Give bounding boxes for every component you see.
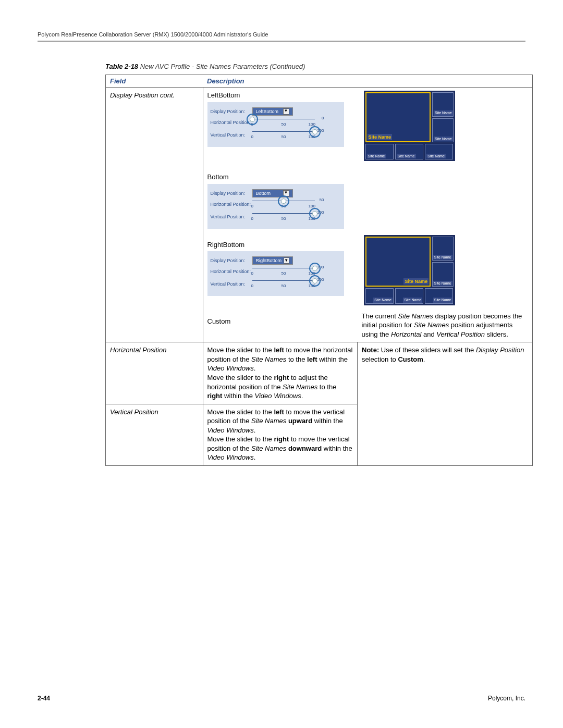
table-id: Table 2-18	[105, 63, 138, 70]
slider-vertical[interactable]: 0 50 100 100	[252, 129, 315, 141]
desc-horizontal-position: Move the slider to the left to move the …	[203, 342, 358, 404]
layout-preview: Site Name Site Name Site Name Site Name …	[364, 91, 455, 161]
label-custom: Custom	[207, 317, 353, 326]
label-bottom: Bottom	[207, 172, 353, 182]
slider-horizontal[interactable]: 0 50 100 100	[252, 266, 315, 277]
field-horizontal-position: Horizontal Position	[106, 342, 203, 404]
page-header: Polycom RealPresence Collaboration Serve…	[38, 31, 525, 42]
label-rightbottom: RightBottom	[207, 240, 353, 250]
parameters-table: Field Description Display Position cont.…	[105, 75, 533, 466]
chevron-down-icon: ▼	[283, 108, 289, 115]
desc-vertical-position: Move the slider to the left to move the …	[203, 404, 358, 465]
panel-rightbottom: Display Position: RightBottom ▼ Horizont…	[207, 251, 344, 296]
custom-explain: The current Site Names display position …	[358, 309, 533, 342]
panel-bottom: Display Position: Bottom ▼ Horizontal Po…	[207, 184, 344, 229]
layout-preview: Site Name Site Name Site Name Site Name …	[364, 235, 455, 305]
slider-vertical[interactable]: 0 50 100 100	[252, 211, 315, 223]
chevron-down-icon: ▼	[284, 257, 289, 264]
col-field: Field	[106, 75, 203, 88]
slider-vertical[interactable]: 0 50 100 100	[252, 278, 315, 290]
field-vertical-position: Vertical Position	[106, 404, 203, 465]
table-title: New AVC Profile - Site Names Parameters …	[140, 63, 305, 70]
page-number: 2-44	[38, 695, 50, 702]
select-display-position[interactable]: LeftBottom ▼	[252, 107, 293, 116]
panel-leftbottom: Display Position: LeftBottom ▼ Horizonta…	[207, 102, 344, 147]
table-caption: Table 2-18 New AVC Profile - Site Names …	[105, 63, 525, 70]
select-display-position[interactable]: RightBottom ▼	[252, 256, 293, 265]
desc-rightbottom: RightBottom Display Position: RightBotto…	[203, 232, 358, 309]
company-name: Polycom, Inc.	[488, 695, 525, 702]
preview-leftbottom: Site Name Site Name Site Name Site Name …	[358, 88, 533, 165]
note-sliders: Note: Use of these sliders will set the …	[358, 342, 533, 466]
slider-horizontal[interactable]: 0 50 100 50	[252, 199, 315, 210]
label-leftbottom: LeftBottom	[207, 91, 353, 100]
desc-leftbottom: LeftBottom Display Position: LeftBottom …	[203, 88, 358, 165]
desc-bottom: Bottom Display Position: Bottom ▼ Horizo…	[203, 164, 358, 232]
col-description: Description	[203, 75, 533, 88]
desc-custom: Custom	[203, 309, 358, 342]
field-display-position: Display Position cont.	[106, 88, 203, 165]
page-footer: 2-44 Polycom, Inc.	[38, 695, 525, 702]
preview-rightbottom: Site Name Site Name Site Name Site Name …	[358, 232, 533, 309]
slider-horizontal[interactable]: 0 50 100 0	[252, 117, 315, 128]
